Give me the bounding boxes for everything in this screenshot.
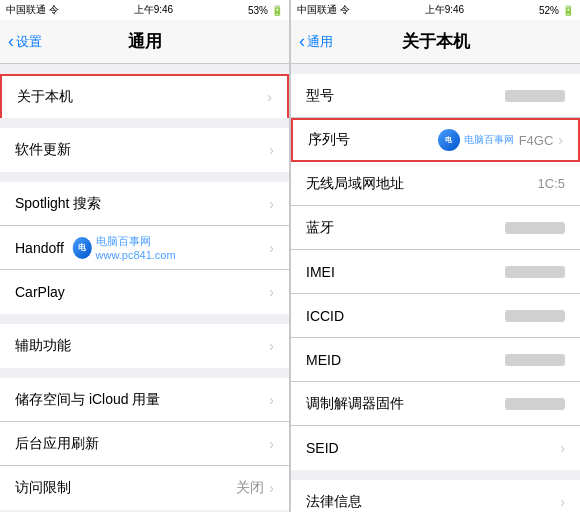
watermark-serial: 电 电脑百事网 <box>438 129 514 151</box>
carplay-label: CarPlay <box>15 284 65 300</box>
right-status-bar: 中国联通 令 上午9:46 52% 🔋 <box>291 0 580 20</box>
accessibility-label: 辅助功能 <box>15 337 71 355</box>
right-nav-title: 关于本机 <box>402 30 470 53</box>
back-arrow-icon-left: ‹ <box>8 31 14 52</box>
modem-value <box>505 398 565 410</box>
right-item-modem[interactable]: 调制解调器固件 <box>291 382 580 426</box>
restrictions-right: 关闭 › <box>236 479 274 497</box>
list-item-accessibility[interactable]: 辅助功能 › <box>0 324 289 368</box>
serial-partial: F4GC <box>519 133 554 148</box>
serial-right: 电 电脑百事网 F4GC › <box>438 129 563 151</box>
model-label: 型号 <box>306 87 334 105</box>
right-item-serial[interactable]: 序列号 电 电脑百事网 F4GC › <box>291 118 580 162</box>
iccid-value <box>505 310 565 322</box>
chevron-legal: › <box>560 494 565 510</box>
left-group-3: Spotlight 搜索 › Handoff 电 电脑百事网 www.pc841… <box>0 182 289 314</box>
meid-value <box>505 354 565 366</box>
iccid-label: ICCID <box>306 308 344 324</box>
right-item-wifi-addr[interactable]: 无线局域网地址 1C:5 <box>291 162 580 206</box>
left-group-5: 储存空间与 iCloud 用量 › 后台应用刷新 › 访问限制 关闭 › <box>0 378 289 510</box>
chevron-about: › <box>267 89 272 105</box>
bluetooth-value <box>505 222 565 234</box>
right-item-iccid[interactable]: ICCID <box>291 294 580 338</box>
status-left: 中国联通 令 <box>6 3 59 17</box>
meid-label: MEID <box>306 352 341 368</box>
chevron-restrictions: › <box>269 480 274 496</box>
back-label-left: 设置 <box>16 33 42 51</box>
list-item-spotlight[interactable]: Spotlight 搜索 › <box>0 182 289 226</box>
battery-pct-left: 53% <box>248 5 268 16</box>
left-back-button[interactable]: ‹ 设置 <box>8 31 42 52</box>
spotlight-label: Spotlight 搜索 <box>15 195 101 213</box>
right-status-left: 中国联通 令 <box>297 3 350 17</box>
about-label: 关于本机 <box>17 88 73 106</box>
wifi-addr-label: 无线局域网地址 <box>306 175 404 193</box>
right-list: 型号 序列号 电 电脑百事网 F4GC › 无线局域网地址 1C:5 <box>291 64 580 512</box>
left-panel: 中国联通 令 上午9:46 53% 🔋 ‹ 设置 通用 关于本机 › 软件更新 … <box>0 0 290 512</box>
status-right-left: 53% 🔋 <box>248 5 283 16</box>
right-item-model[interactable]: 型号 <box>291 74 580 118</box>
chevron-storage: › <box>269 392 274 408</box>
bluetooth-label: 蓝牙 <box>306 219 334 237</box>
restrictions-value: 关闭 <box>236 479 264 497</box>
imei-label: IMEI <box>306 264 335 280</box>
left-nav-title: 通用 <box>128 30 162 53</box>
right-item-meid[interactable]: MEID <box>291 338 580 382</box>
back-arrow-icon-right: ‹ <box>299 31 305 52</box>
chevron-handoff: › <box>269 240 274 256</box>
legal-label: 法律信息 <box>306 493 362 511</box>
modem-label: 调制解调器固件 <box>306 395 404 413</box>
chevron-bg-refresh: › <box>269 436 274 452</box>
right-status-right: 52% 🔋 <box>539 5 574 16</box>
chevron-software-update: › <box>269 142 274 158</box>
right-item-imei[interactable]: IMEI <box>291 250 580 294</box>
bg-refresh-label: 后台应用刷新 <box>15 435 99 453</box>
chevron-seid: › <box>560 440 565 456</box>
list-item-background-refresh[interactable]: 后台应用刷新 › <box>0 422 289 466</box>
battery-pct-right: 52% <box>539 5 559 16</box>
battery-icon-left: 🔋 <box>271 5 283 16</box>
restrictions-label: 访问限制 <box>15 479 71 497</box>
chevron-accessibility: › <box>269 338 274 354</box>
list-item-about[interactable]: 关于本机 › <box>0 74 289 118</box>
right-group-2: 法律信息 › 证书信任设置 › <box>291 480 580 512</box>
handoff-label: Handoff <box>15 240 64 256</box>
time-left: 上午9:46 <box>134 3 173 17</box>
list-item-carplay[interactable]: CarPlay › <box>0 270 289 314</box>
wifi-addr-value: 1C:5 <box>538 176 565 191</box>
watermark-text: 电脑百事网 www.pc841.com <box>96 234 217 261</box>
left-group-2: 软件更新 › <box>0 128 289 172</box>
right-item-seid[interactable]: SEID › <box>291 426 580 470</box>
time-right: 上午9:46 <box>425 3 464 17</box>
watermark-logo: 电 <box>72 237 91 259</box>
list-item-software-update[interactable]: 软件更新 › <box>0 128 289 172</box>
imei-value <box>505 266 565 278</box>
right-nav-bar: ‹ 通用 关于本机 <box>291 20 580 64</box>
right-item-legal[interactable]: 法律信息 › <box>291 480 580 512</box>
serial-label: 序列号 <box>308 131 350 149</box>
seid-label: SEID <box>306 440 339 456</box>
list-item-restrictions[interactable]: 访问限制 关闭 › <box>0 466 289 510</box>
chevron-serial: › <box>558 132 563 148</box>
left-list: 关于本机 › 软件更新 › Spotlight 搜索 › Handoff 电 电… <box>0 64 289 512</box>
right-item-bluetooth[interactable]: 蓝牙 <box>291 206 580 250</box>
left-group-1: 关于本机 › <box>0 74 289 118</box>
left-nav-bar: ‹ 设置 通用 <box>0 20 289 64</box>
carrier-right: 中国联通 令 <box>297 3 350 17</box>
carrier-left: 中国联通 令 <box>6 3 59 17</box>
battery-icon-right: 🔋 <box>562 5 574 16</box>
list-item-storage[interactable]: 储存空间与 iCloud 用量 › <box>0 378 289 422</box>
watermark-handoff: 电 电脑百事网 www.pc841.com <box>72 234 217 261</box>
list-item-handoff[interactable]: Handoff 电 电脑百事网 www.pc841.com › <box>0 226 289 270</box>
left-group-4: 辅助功能 › <box>0 324 289 368</box>
right-back-button[interactable]: ‹ 通用 <box>299 31 333 52</box>
right-group-1: 型号 序列号 电 电脑百事网 F4GC › 无线局域网地址 1C:5 <box>291 74 580 470</box>
left-status-bar: 中国联通 令 上午9:46 53% 🔋 <box>0 0 289 20</box>
right-panel: 中国联通 令 上午9:46 52% 🔋 ‹ 通用 关于本机 型号 序列号 <box>290 0 580 512</box>
storage-label: 储存空间与 iCloud 用量 <box>15 391 160 409</box>
software-update-label: 软件更新 <box>15 141 71 159</box>
watermark-logo-serial: 电 <box>438 129 460 151</box>
chevron-spotlight: › <box>269 196 274 212</box>
chevron-carplay: › <box>269 284 274 300</box>
back-label-right: 通用 <box>307 33 333 51</box>
